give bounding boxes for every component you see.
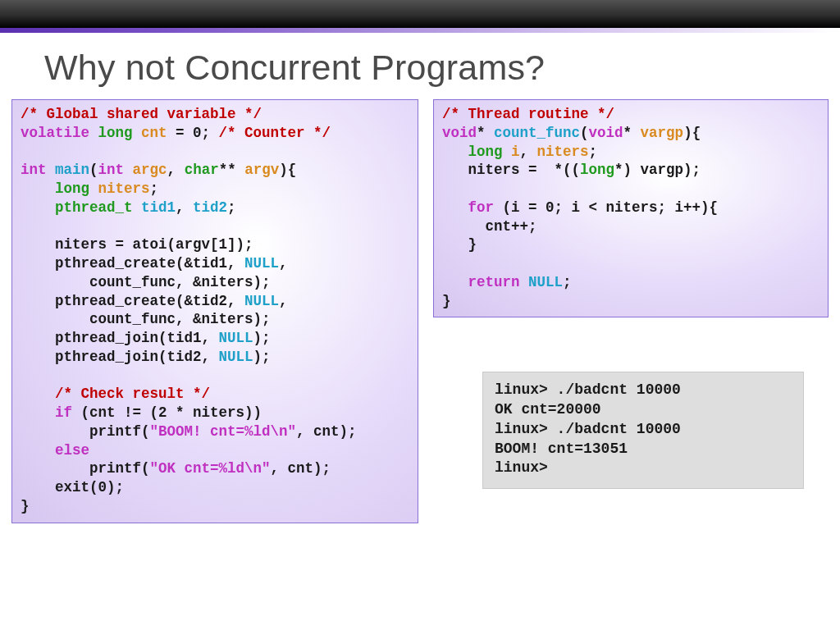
code-line: cnt++; bbox=[442, 218, 537, 235]
term-line: OK cnt=20000 bbox=[495, 401, 601, 418]
code-token: pthread_t bbox=[55, 199, 133, 216]
code-token: int bbox=[21, 162, 47, 178]
code-token: ; bbox=[563, 274, 572, 290]
code-token: , cnt); bbox=[296, 423, 357, 440]
code-token: char bbox=[185, 162, 219, 178]
code-token bbox=[21, 199, 55, 216]
code-token: , bbox=[279, 255, 288, 272]
code-token: return bbox=[468, 274, 520, 290]
code-token bbox=[21, 442, 55, 459]
code-token: pthread_join(tid2, bbox=[21, 349, 219, 365]
code-token: for bbox=[468, 199, 495, 216]
term-line: linux> bbox=[495, 459, 548, 476]
code-line: } bbox=[442, 293, 451, 309]
code-thread: /* Thread routine */ void* count_func(vo… bbox=[433, 99, 829, 317]
code-token: niters bbox=[537, 144, 589, 160]
content-columns: /* Global shared variable */ volatile lo… bbox=[0, 99, 840, 523]
code-token bbox=[442, 144, 468, 160]
code-line: exit(0); bbox=[21, 479, 124, 495]
code-token: ( bbox=[89, 162, 98, 178]
code-token: i bbox=[511, 144, 520, 160]
code-token: ** bbox=[219, 162, 245, 178]
code-token: niters = *(( bbox=[442, 162, 580, 178]
code-token: ); bbox=[253, 349, 271, 365]
accent-stripe bbox=[0, 28, 840, 33]
code-token: NULL bbox=[219, 349, 253, 365]
code-token: volatile bbox=[21, 125, 89, 141]
code-token: (i = 0; i < niters; i++){ bbox=[494, 199, 718, 216]
code-token: argv bbox=[244, 162, 279, 178]
top-bar bbox=[0, 0, 840, 28]
term-line: BOOM! cnt=13051 bbox=[495, 441, 628, 457]
code-token: NULL bbox=[219, 330, 253, 346]
code-token: ; bbox=[589, 144, 598, 160]
code-token: *) vargp); bbox=[614, 162, 701, 178]
code-token: cnt bbox=[141, 125, 167, 141]
code-token bbox=[442, 199, 468, 216]
code-token: argc bbox=[133, 162, 167, 178]
code-line: } bbox=[442, 236, 477, 253]
code-token: "OK cnt=%ld\n" bbox=[150, 460, 271, 477]
code-token: if bbox=[55, 404, 72, 421]
code-token: * bbox=[477, 125, 494, 141]
code-line: /* Thread routine */ bbox=[442, 106, 614, 122]
right-column: /* Thread routine */ void* count_func(vo… bbox=[433, 99, 829, 523]
code-token: ; bbox=[227, 199, 236, 216]
code-token: /* Counter */ bbox=[219, 125, 331, 141]
code-token: ); bbox=[253, 330, 271, 346]
code-token: void bbox=[442, 125, 477, 141]
code-token: ){ bbox=[279, 162, 296, 178]
code-token: count_func bbox=[494, 125, 580, 141]
slide-title: Why not Concurrent Programs? bbox=[44, 48, 840, 88]
code-line: count_func, &niters); bbox=[21, 311, 271, 327]
code-token: , bbox=[279, 293, 288, 309]
code-token bbox=[21, 404, 55, 421]
code-line: niters = atoi(argv[1]); bbox=[21, 236, 253, 253]
code-token: tid1 bbox=[141, 199, 176, 216]
code-token: , cnt); bbox=[271, 460, 331, 477]
code-token: pthread_create(&tid2, bbox=[21, 293, 244, 309]
code-token: , bbox=[520, 144, 537, 160]
code-token: NULL bbox=[244, 255, 279, 272]
code-token: pthread_create(&tid1, bbox=[21, 255, 244, 272]
code-token: void bbox=[589, 125, 623, 141]
code-token: ( bbox=[580, 125, 589, 141]
code-token: vargp bbox=[641, 125, 684, 141]
code-token: ; bbox=[150, 180, 159, 197]
code-token: long bbox=[98, 125, 133, 141]
code-token: int bbox=[98, 162, 125, 178]
code-token: long bbox=[468, 144, 503, 160]
code-token: long bbox=[55, 180, 89, 197]
code-token: ){ bbox=[683, 125, 701, 141]
code-token: /* Check result */ bbox=[55, 386, 210, 402]
code-token: else bbox=[55, 442, 89, 459]
code-token: printf( bbox=[21, 460, 150, 477]
code-token: * bbox=[623, 125, 641, 141]
code-token: , bbox=[176, 199, 193, 216]
code-main: /* Global shared variable */ volatile lo… bbox=[11, 99, 418, 523]
term-line: linux> ./badcnt 10000 bbox=[495, 381, 681, 398]
code-token: niters bbox=[98, 180, 150, 197]
code-token: main bbox=[55, 162, 89, 178]
code-token: tid2 bbox=[193, 199, 227, 216]
code-token: NULL bbox=[244, 293, 279, 309]
code-token: "BOOM! cnt=%ld\n" bbox=[150, 423, 297, 440]
code-token: (cnt != (2 * niters)) bbox=[72, 404, 262, 421]
code-line: /* Global shared variable */ bbox=[21, 106, 262, 122]
code-token: printf( bbox=[21, 423, 150, 440]
term-line: linux> ./badcnt 10000 bbox=[495, 421, 681, 437]
code-token bbox=[21, 386, 55, 402]
code-line: count_func, &niters); bbox=[21, 274, 271, 290]
code-token bbox=[442, 274, 468, 290]
code-token: long bbox=[580, 162, 614, 178]
code-line: } bbox=[21, 498, 30, 514]
code-token: pthread_join(tid1, bbox=[21, 330, 219, 346]
code-token bbox=[21, 180, 55, 197]
code-token: NULL bbox=[528, 274, 563, 290]
code-token: = 0; bbox=[167, 125, 219, 141]
code-token: , bbox=[167, 162, 185, 178]
terminal-output: linux> ./badcnt 10000 OK cnt=20000 linux… bbox=[482, 372, 804, 489]
